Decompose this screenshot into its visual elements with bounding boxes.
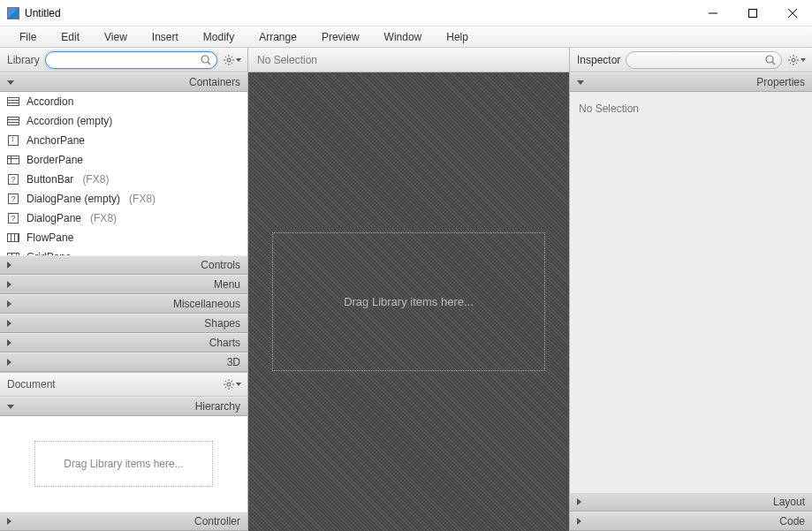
q-icon: ? [7, 193, 19, 204]
svg-line-14 [231, 56, 232, 57]
svg-line-34 [796, 56, 797, 57]
library-item[interactable]: ?DialogPane (empty)(FX8) [0, 189, 247, 209]
chevron-right-icon [7, 320, 11, 327]
canvas-toolbar: No Selection [248, 48, 569, 72]
canvas-area[interactable]: Drag Library items here... [248, 72, 569, 531]
chevron-down-icon [801, 58, 806, 62]
document-settings-button[interactable] [223, 376, 242, 392]
menu-help[interactable]: Help [434, 28, 481, 46]
inspector-properties-section[interactable]: Properties [570, 72, 812, 92]
library-section-3d[interactable]: 3D [0, 353, 247, 372]
library-item-fx-tag: (FX8) [90, 212, 117, 224]
document-hierarchy-section[interactable]: Hierarchy [0, 397, 247, 416]
menu-preview[interactable]: Preview [309, 28, 372, 46]
document-header: Document [0, 372, 247, 397]
library-item[interactable]: AnchorPane [0, 131, 247, 150]
inspector-search-input[interactable] [634, 54, 763, 66]
inspector-title: Inspector [577, 54, 620, 66]
window-title: Untitled [25, 7, 693, 19]
chevron-down-icon [7, 80, 14, 85]
library-section-shapes[interactable]: Shapes [0, 314, 247, 333]
library-item[interactable]: ?DialogPane(FX8) [0, 209, 247, 228]
library-item[interactable]: FlowPane [0, 228, 247, 247]
minimize-button[interactable] [693, 0, 732, 26]
menu-file[interactable]: File [7, 28, 49, 46]
library-item[interactable]: Accordion [0, 92, 247, 111]
chevron-right-icon [7, 359, 11, 366]
chevron-right-icon [7, 518, 11, 525]
library-settings-button[interactable] [223, 52, 242, 68]
library-item-fx-tag: (FX8) [129, 193, 156, 205]
chevron-right-icon [7, 300, 11, 307]
library-section-charts[interactable]: Charts [0, 333, 247, 353]
chevron-right-icon [7, 281, 11, 288]
canvas-drop-hint: Drag Library items here... [272, 232, 545, 371]
library-containers-list: AccordionAccordion (empty)AnchorPaneBord… [0, 92, 247, 255]
gear-icon [224, 55, 234, 65]
menu-modify[interactable]: Modify [191, 28, 247, 46]
svg-line-12 [231, 62, 232, 63]
chevron-down-icon [577, 80, 584, 85]
accordion-icon [7, 96, 19, 107]
svg-line-21 [231, 387, 232, 388]
inspector-code-section[interactable]: Code [570, 512, 812, 531]
inspector-search[interactable] [626, 51, 782, 69]
library-item[interactable]: Accordion (empty) [0, 111, 247, 131]
hierarchy-dropzone[interactable]: Drag Library items here... [0, 416, 247, 512]
library-header: Library [0, 48, 247, 72]
menu-view[interactable]: View [92, 28, 140, 46]
library-item[interactable]: BorderPane [0, 150, 247, 170]
accordion-icon [7, 116, 19, 126]
library-item[interactable]: GridPane [0, 247, 247, 255]
library-section-containers[interactable]: Containers [0, 72, 247, 92]
library-item-label: FlowPane [27, 231, 73, 244]
library-list-scroll[interactable]: AccordionAccordion (empty)AnchorPaneBord… [0, 92, 247, 255]
chevron-down-icon [7, 405, 14, 409]
menu-window[interactable]: Window [372, 28, 435, 46]
close-button[interactable] [772, 0, 812, 26]
library-item-label: Accordion [27, 95, 73, 108]
inspector-settings-button[interactable] [787, 52, 807, 68]
menu-insert[interactable]: Insert [140, 28, 191, 46]
q-icon: ? [7, 213, 19, 224]
library-item-label: BorderPane [27, 154, 83, 166]
selection-path: No Selection [257, 54, 317, 66]
library-section-menu[interactable]: Menu [0, 275, 247, 294]
inspector-properties-content: No Selection [570, 92, 812, 492]
library-item[interactable]: ?ButtonBar(FX8) [0, 170, 247, 189]
flow-icon [7, 232, 19, 243]
library-search-input[interactable] [53, 54, 199, 66]
menu-arrange[interactable]: Arrange [247, 28, 309, 46]
library-item-label: Accordion (empty) [27, 115, 112, 127]
menu-edit[interactable]: Edit [49, 28, 92, 46]
svg-line-13 [225, 62, 226, 63]
svg-point-6 [227, 58, 231, 62]
menu-bar: File Edit View Insert Modify Arrange Pre… [0, 27, 812, 48]
document-controller-section[interactable]: Controller [0, 512, 247, 531]
library-section-controls[interactable]: Controls [0, 255, 247, 275]
library-search[interactable] [45, 51, 217, 69]
library-section-misc[interactable]: Miscellaneous [0, 294, 247, 314]
svg-point-4 [201, 56, 209, 63]
svg-line-25 [772, 62, 775, 64]
inspector-layout-section[interactable]: Layout [570, 492, 812, 512]
search-icon [201, 55, 211, 65]
library-title: Library [7, 54, 40, 66]
library-item-fx-tag: (FX8) [82, 173, 109, 186]
library-item-label: DialogPane [27, 212, 81, 224]
chevron-down-icon [236, 58, 241, 62]
canvas-panel: No Selection Drag Library items here... [248, 48, 569, 531]
svg-line-20 [225, 381, 226, 382]
svg-line-33 [790, 62, 791, 63]
svg-point-26 [792, 58, 795, 62]
svg-line-31 [790, 56, 791, 57]
chevron-down-icon [236, 383, 241, 386]
svg-line-22 [225, 387, 226, 388]
search-icon [765, 55, 776, 65]
chevron-right-icon [7, 339, 11, 346]
svg-point-15 [227, 383, 231, 386]
chevron-right-icon [7, 262, 11, 269]
maximize-button[interactable] [732, 0, 772, 26]
hierarchy-drop-hint: Drag Library items here... [34, 441, 212, 487]
chevron-right-icon [577, 498, 581, 505]
